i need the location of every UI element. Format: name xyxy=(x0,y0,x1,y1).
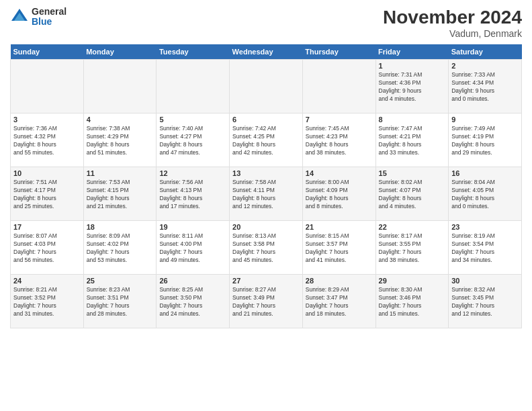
calendar-week-3: 17Sunrise: 8:07 AM Sunset: 4:03 PM Dayli… xyxy=(11,221,522,275)
calendar-cell: 28Sunrise: 8:29 AM Sunset: 3:47 PM Dayli… xyxy=(302,275,375,328)
logo-blue: Blue xyxy=(32,17,66,27)
day-number: 27 xyxy=(232,277,300,285)
calendar-cell: 23Sunrise: 8:19 AM Sunset: 3:54 PM Dayli… xyxy=(449,221,522,275)
calendar-cell: 9Sunrise: 7:49 AM Sunset: 4:19 PM Daylig… xyxy=(449,113,522,167)
calendar-cell: 26Sunrise: 8:25 AM Sunset: 3:50 PM Dayli… xyxy=(157,275,230,328)
day-number: 17 xyxy=(13,223,81,231)
day-number: 18 xyxy=(87,223,154,231)
day-number: 3 xyxy=(13,116,81,124)
day-info: Sunrise: 7:53 AM Sunset: 4:15 PM Dayligh… xyxy=(87,179,154,211)
calendar-cell: 7Sunrise: 7:45 AM Sunset: 4:23 PM Daylig… xyxy=(302,113,375,167)
header: General Blue November 2024 Vadum, Denmar… xyxy=(10,7,522,39)
calendar-cell: 12Sunrise: 7:56 AM Sunset: 4:13 PM Dayli… xyxy=(157,167,230,221)
day-info: Sunrise: 7:33 AM Sunset: 4:34 PM Dayligh… xyxy=(451,71,519,103)
calendar-cell xyxy=(302,60,375,113)
day-info: Sunrise: 7:49 AM Sunset: 4:19 PM Dayligh… xyxy=(451,125,519,157)
logo-general: General xyxy=(32,7,66,17)
calendar-cell: 20Sunrise: 8:13 AM Sunset: 3:58 PM Dayli… xyxy=(230,221,303,275)
calendar-cell: 5Sunrise: 7:40 AM Sunset: 4:27 PM Daylig… xyxy=(157,113,230,167)
calendar-table: Sunday Monday Tuesday Wednesday Thursday… xyxy=(10,44,522,328)
calendar-week-2: 10Sunrise: 7:51 AM Sunset: 4:17 PM Dayli… xyxy=(11,167,522,221)
calendar-cell: 13Sunrise: 7:58 AM Sunset: 4:11 PM Dayli… xyxy=(230,167,303,221)
day-number: 20 xyxy=(232,223,300,231)
header-monday: Monday xyxy=(83,44,157,60)
day-info: Sunrise: 8:11 AM Sunset: 4:00 PM Dayligh… xyxy=(159,232,226,265)
day-number: 23 xyxy=(451,223,519,231)
day-info: Sunrise: 7:42 AM Sunset: 4:25 PM Dayligh… xyxy=(232,125,300,157)
day-info: Sunrise: 8:29 AM Sunset: 3:47 PM Dayligh… xyxy=(306,286,373,318)
logo-text: General Blue xyxy=(32,7,66,28)
day-info: Sunrise: 8:09 AM Sunset: 4:02 PM Dayligh… xyxy=(87,232,154,265)
day-info: Sunrise: 7:51 AM Sunset: 4:17 PM Dayligh… xyxy=(13,179,81,211)
day-info: Sunrise: 7:40 AM Sunset: 4:27 PM Dayligh… xyxy=(159,125,226,157)
calendar-cell: 14Sunrise: 8:00 AM Sunset: 4:09 PM Dayli… xyxy=(302,167,375,221)
day-info: Sunrise: 7:31 AM Sunset: 4:36 PM Dayligh… xyxy=(379,71,446,103)
day-number: 9 xyxy=(451,116,519,124)
day-info: Sunrise: 8:17 AM Sunset: 3:55 PM Dayligh… xyxy=(379,232,446,265)
header-sunday: Sunday xyxy=(11,44,84,60)
day-number: 12 xyxy=(159,169,226,177)
day-info: Sunrise: 8:25 AM Sunset: 3:50 PM Dayligh… xyxy=(159,286,226,318)
header-friday: Friday xyxy=(375,44,449,60)
calendar-cell: 10Sunrise: 7:51 AM Sunset: 4:17 PM Dayli… xyxy=(11,167,84,221)
calendar-header: Sunday Monday Tuesday Wednesday Thursday… xyxy=(11,44,522,60)
calendar-cell: 6Sunrise: 7:42 AM Sunset: 4:25 PM Daylig… xyxy=(230,113,303,167)
day-info: Sunrise: 8:30 AM Sunset: 3:46 PM Dayligh… xyxy=(379,286,446,318)
day-info: Sunrise: 7:36 AM Sunset: 4:32 PM Dayligh… xyxy=(13,125,81,157)
header-row: Sunday Monday Tuesday Wednesday Thursday… xyxy=(11,44,522,60)
day-number: 29 xyxy=(379,277,446,285)
calendar-cell: 2Sunrise: 7:33 AM Sunset: 4:34 PM Daylig… xyxy=(449,60,522,113)
calendar-cell xyxy=(230,60,303,113)
calendar-cell: 8Sunrise: 7:47 AM Sunset: 4:21 PM Daylig… xyxy=(375,113,449,167)
calendar-week-4: 24Sunrise: 8:21 AM Sunset: 3:52 PM Dayli… xyxy=(11,275,522,328)
calendar-cell xyxy=(83,60,157,113)
calendar-cell: 15Sunrise: 8:02 AM Sunset: 4:07 PM Dayli… xyxy=(375,167,449,221)
calendar-cell: 16Sunrise: 8:04 AM Sunset: 4:05 PM Dayli… xyxy=(449,167,522,221)
day-number: 11 xyxy=(87,169,154,177)
calendar-cell: 30Sunrise: 8:32 AM Sunset: 3:45 PM Dayli… xyxy=(449,275,522,328)
header-saturday: Saturday xyxy=(449,44,522,60)
calendar-cell: 4Sunrise: 7:38 AM Sunset: 4:29 PM Daylig… xyxy=(83,113,157,167)
calendar-cell xyxy=(157,60,230,113)
day-info: Sunrise: 8:07 AM Sunset: 4:03 PM Dayligh… xyxy=(13,232,81,265)
title-block: November 2024 Vadum, Denmark xyxy=(383,7,522,39)
day-info: Sunrise: 8:00 AM Sunset: 4:09 PM Dayligh… xyxy=(306,179,373,211)
day-info: Sunrise: 8:21 AM Sunset: 3:52 PM Dayligh… xyxy=(13,286,81,318)
calendar-week-1: 3Sunrise: 7:36 AM Sunset: 4:32 PM Daylig… xyxy=(11,113,522,167)
logo-icon xyxy=(10,7,29,26)
day-number: 6 xyxy=(232,116,300,124)
calendar-cell: 29Sunrise: 8:30 AM Sunset: 3:46 PM Dayli… xyxy=(375,275,449,328)
day-number: 19 xyxy=(159,223,226,231)
day-number: 16 xyxy=(451,169,519,177)
location: Vadum, Denmark xyxy=(383,28,522,39)
day-info: Sunrise: 7:58 AM Sunset: 4:11 PM Dayligh… xyxy=(232,179,300,211)
day-info: Sunrise: 7:45 AM Sunset: 4:23 PM Dayligh… xyxy=(306,125,373,157)
month-title: November 2024 xyxy=(383,7,522,28)
day-info: Sunrise: 8:27 AM Sunset: 3:49 PM Dayligh… xyxy=(232,286,300,318)
calendar-cell xyxy=(11,60,84,113)
day-info: Sunrise: 8:02 AM Sunset: 4:07 PM Dayligh… xyxy=(379,179,446,211)
calendar-cell: 18Sunrise: 8:09 AM Sunset: 4:02 PM Dayli… xyxy=(83,221,157,275)
day-number: 4 xyxy=(87,116,154,124)
day-number: 22 xyxy=(379,223,446,231)
header-wednesday: Wednesday xyxy=(230,44,303,60)
calendar-cell: 17Sunrise: 8:07 AM Sunset: 4:03 PM Dayli… xyxy=(11,221,84,275)
day-number: 13 xyxy=(232,169,300,177)
day-info: Sunrise: 8:32 AM Sunset: 3:45 PM Dayligh… xyxy=(451,286,519,318)
calendar-cell: 11Sunrise: 7:53 AM Sunset: 4:15 PM Dayli… xyxy=(83,167,157,221)
calendar-cell: 19Sunrise: 8:11 AM Sunset: 4:00 PM Dayli… xyxy=(157,221,230,275)
calendar-cell: 25Sunrise: 8:23 AM Sunset: 3:51 PM Dayli… xyxy=(83,275,157,328)
day-number: 30 xyxy=(451,277,519,285)
day-number: 26 xyxy=(159,277,226,285)
day-number: 7 xyxy=(306,116,373,124)
day-number: 28 xyxy=(306,277,373,285)
day-number: 8 xyxy=(379,116,446,124)
calendar-cell: 1Sunrise: 7:31 AM Sunset: 4:36 PM Daylig… xyxy=(375,60,449,113)
day-number: 10 xyxy=(13,169,81,177)
day-info: Sunrise: 8:15 AM Sunset: 3:57 PM Dayligh… xyxy=(306,232,373,265)
day-number: 1 xyxy=(379,62,446,70)
day-info: Sunrise: 7:56 AM Sunset: 4:13 PM Dayligh… xyxy=(159,179,226,211)
day-info: Sunrise: 8:04 AM Sunset: 4:05 PM Dayligh… xyxy=(451,179,519,211)
day-number: 5 xyxy=(159,116,226,124)
calendar-cell: 24Sunrise: 8:21 AM Sunset: 3:52 PM Dayli… xyxy=(11,275,84,328)
